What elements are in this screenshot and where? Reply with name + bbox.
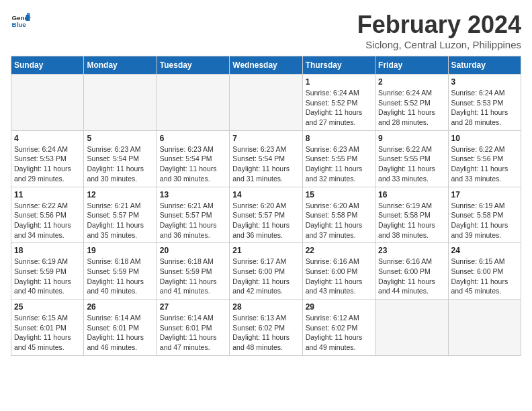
calendar-day-cell: 18Sunrise: 6:19 AM Sunset: 5:59 PM Dayli… [11, 243, 84, 300]
calendar-table: SundayMondayTuesdayWednesdayThursdayFrid… [11, 56, 521, 356]
calendar-day-cell: 25Sunrise: 6:15 AM Sunset: 6:01 PM Dayli… [11, 300, 84, 356]
calendar-day-cell: 19Sunrise: 6:18 AM Sunset: 5:59 PM Dayli… [84, 243, 157, 300]
calendar-day-cell: 9Sunrise: 6:22 AM Sunset: 5:55 PM Daylig… [375, 130, 448, 187]
month-year-title: February 2024 [357, 11, 521, 39]
day-info: Sunrise: 6:23 AM Sunset: 5:54 PM Dayligh… [160, 144, 226, 184]
calendar-day-cell: 12Sunrise: 6:21 AM Sunset: 5:57 PM Dayli… [84, 187, 157, 243]
day-number: 13 [160, 190, 226, 199]
calendar-day-cell: 8Sunrise: 6:23 AM Sunset: 5:55 PM Daylig… [302, 130, 375, 187]
day-info: Sunrise: 6:20 AM Sunset: 5:58 PM Dayligh… [306, 201, 372, 240]
svg-marker-3 [27, 13, 30, 15]
day-info: Sunrise: 6:23 AM Sunset: 5:54 PM Dayligh… [232, 144, 299, 184]
day-number: 20 [160, 246, 226, 255]
calendar-day-cell: 23Sunrise: 6:16 AM Sunset: 6:00 PM Dayli… [375, 243, 448, 300]
calendar-day-cell: 13Sunrise: 6:21 AM Sunset: 5:57 PM Dayli… [157, 187, 229, 243]
calendar-day-cell [84, 75, 157, 131]
calendar-day-cell: 16Sunrise: 6:19 AM Sunset: 5:58 PM Dayli… [375, 187, 448, 243]
calendar-day-cell [375, 300, 448, 356]
calendar-day-cell: 27Sunrise: 6:14 AM Sunset: 6:01 PM Dayli… [157, 300, 229, 356]
calendar-week-row: 1Sunrise: 6:24 AM Sunset: 5:52 PM Daylig… [11, 75, 521, 131]
weekday-header: Friday [375, 56, 448, 75]
calendar-day-cell [157, 75, 229, 131]
calendar-day-cell: 29Sunrise: 6:12 AM Sunset: 6:02 PM Dayli… [302, 300, 375, 356]
calendar-day-cell: 5Sunrise: 6:23 AM Sunset: 5:54 PM Daylig… [84, 130, 157, 187]
day-number: 19 [87, 246, 153, 255]
day-info: Sunrise: 6:15 AM Sunset: 6:01 PM Dayligh… [14, 313, 81, 353]
calendar-day-cell: 4Sunrise: 6:24 AM Sunset: 5:53 PM Daylig… [11, 130, 84, 187]
calendar-day-cell [448, 300, 521, 356]
calendar-day-cell: 24Sunrise: 6:15 AM Sunset: 6:00 PM Dayli… [448, 243, 521, 300]
day-info: Sunrise: 6:21 AM Sunset: 5:57 PM Dayligh… [87, 201, 153, 240]
day-info: Sunrise: 6:18 AM Sunset: 5:59 PM Dayligh… [87, 257, 153, 296]
day-number: 18 [14, 246, 81, 255]
day-number: 3 [451, 77, 518, 87]
day-info: Sunrise: 6:20 AM Sunset: 5:57 PM Dayligh… [232, 201, 299, 240]
day-number: 11 [14, 190, 81, 199]
day-number: 26 [87, 302, 153, 312]
calendar-day-cell: 28Sunrise: 6:13 AM Sunset: 6:02 PM Dayli… [230, 300, 302, 356]
calendar-day-cell: 21Sunrise: 6:17 AM Sunset: 6:00 PM Dayli… [230, 243, 302, 300]
day-number: 12 [87, 190, 153, 199]
day-info: Sunrise: 6:24 AM Sunset: 5:52 PM Dayligh… [378, 88, 445, 128]
day-number: 1 [306, 77, 372, 87]
day-number: 22 [306, 246, 372, 255]
day-info: Sunrise: 6:19 AM Sunset: 5:59 PM Dayligh… [14, 257, 81, 296]
day-number: 23 [378, 246, 445, 255]
page-header: General Blue February 2024 Siclong, Cent… [11, 11, 521, 50]
day-number: 29 [306, 302, 372, 312]
day-number: 17 [451, 190, 518, 199]
day-number: 15 [306, 190, 372, 199]
calendar-day-cell: 14Sunrise: 6:20 AM Sunset: 5:57 PM Dayli… [230, 187, 302, 243]
calendar-header-row: SundayMondayTuesdayWednesdayThursdayFrid… [11, 56, 521, 75]
weekday-header: Thursday [302, 56, 375, 75]
day-number: 21 [232, 246, 299, 255]
day-number: 2 [378, 77, 445, 87]
calendar-day-cell [11, 75, 84, 131]
calendar-day-cell: 17Sunrise: 6:19 AM Sunset: 5:58 PM Dayli… [448, 187, 521, 243]
day-number: 24 [451, 246, 518, 255]
day-number: 25 [14, 302, 81, 312]
day-info: Sunrise: 6:23 AM Sunset: 5:55 PM Dayligh… [306, 144, 372, 184]
calendar-day-cell: 2Sunrise: 6:24 AM Sunset: 5:52 PM Daylig… [375, 75, 448, 131]
svg-text:Blue: Blue [12, 21, 27, 28]
day-info: Sunrise: 6:24 AM Sunset: 5:52 PM Dayligh… [306, 88, 372, 128]
day-number: 16 [378, 190, 445, 199]
title-section: February 2024 Siclong, Central Luzon, Ph… [357, 11, 521, 50]
day-info: Sunrise: 6:15 AM Sunset: 6:00 PM Dayligh… [451, 257, 518, 296]
calendar-day-cell: 10Sunrise: 6:22 AM Sunset: 5:56 PM Dayli… [448, 130, 521, 187]
day-info: Sunrise: 6:19 AM Sunset: 5:58 PM Dayligh… [378, 201, 445, 240]
day-info: Sunrise: 6:21 AM Sunset: 5:57 PM Dayligh… [160, 201, 226, 240]
day-number: 27 [160, 302, 226, 312]
day-info: Sunrise: 6:24 AM Sunset: 5:53 PM Dayligh… [14, 144, 81, 184]
calendar-day-cell: 11Sunrise: 6:22 AM Sunset: 5:56 PM Dayli… [11, 187, 84, 243]
svg-marker-2 [26, 15, 30, 21]
day-info: Sunrise: 6:22 AM Sunset: 5:56 PM Dayligh… [451, 144, 518, 184]
calendar-day-cell: 15Sunrise: 6:20 AM Sunset: 5:58 PM Dayli… [302, 187, 375, 243]
day-info: Sunrise: 6:14 AM Sunset: 6:01 PM Dayligh… [160, 313, 226, 353]
calendar-week-row: 25Sunrise: 6:15 AM Sunset: 6:01 PM Dayli… [11, 300, 521, 356]
day-info: Sunrise: 6:13 AM Sunset: 6:02 PM Dayligh… [232, 313, 299, 353]
weekday-header: Tuesday [157, 56, 229, 75]
day-info: Sunrise: 6:16 AM Sunset: 6:00 PM Dayligh… [306, 257, 372, 296]
calendar-day-cell: 20Sunrise: 6:18 AM Sunset: 5:59 PM Dayli… [157, 243, 229, 300]
weekday-header: Sunday [11, 56, 84, 75]
location-subtitle: Siclong, Central Luzon, Philippines [357, 39, 521, 50]
day-info: Sunrise: 6:18 AM Sunset: 5:59 PM Dayligh… [160, 257, 226, 296]
day-number: 14 [232, 190, 299, 199]
logo: General Blue [11, 11, 31, 31]
day-number: 8 [306, 134, 372, 143]
calendar-day-cell: 3Sunrise: 6:24 AM Sunset: 5:53 PM Daylig… [448, 75, 521, 131]
day-number: 7 [232, 134, 299, 143]
weekday-header: Saturday [448, 56, 521, 75]
day-info: Sunrise: 6:17 AM Sunset: 6:00 PM Dayligh… [232, 257, 299, 296]
calendar-day-cell: 22Sunrise: 6:16 AM Sunset: 6:00 PM Dayli… [302, 243, 375, 300]
day-number: 4 [14, 134, 81, 143]
day-info: Sunrise: 6:22 AM Sunset: 5:56 PM Dayligh… [14, 201, 81, 240]
calendar-week-row: 4Sunrise: 6:24 AM Sunset: 5:53 PM Daylig… [11, 130, 521, 187]
calendar-day-cell: 7Sunrise: 6:23 AM Sunset: 5:54 PM Daylig… [230, 130, 302, 187]
calendar-day-cell [230, 75, 302, 131]
day-number: 10 [451, 134, 518, 143]
day-info: Sunrise: 6:12 AM Sunset: 6:02 PM Dayligh… [306, 313, 372, 353]
weekday-header: Monday [84, 56, 157, 75]
calendar-day-cell: 26Sunrise: 6:14 AM Sunset: 6:01 PM Dayli… [84, 300, 157, 356]
